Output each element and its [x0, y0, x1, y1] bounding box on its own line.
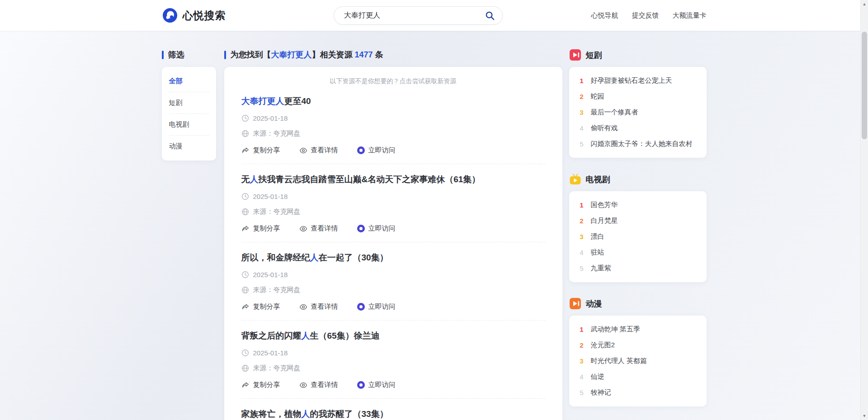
globe-icon: [241, 364, 249, 372]
eye-icon: [299, 146, 307, 155]
visit-now-button[interactable]: 立即访问: [357, 224, 396, 233]
top-header: 心悦搜索 心悦导航 提交反馈 大额流量卡: [0, 0, 868, 31]
copy-share-button[interactable]: 复制分享: [241, 146, 280, 155]
search-button[interactable]: [480, 9, 500, 23]
rank-item-label: 闪婚京圈太子爷：夫人她来自农村: [591, 140, 693, 148]
result-title-link[interactable]: 所以，和金牌经纪人在一起了（30集）: [241, 252, 545, 264]
result-actions: 复制分享 查看详情 立即访问: [241, 146, 545, 155]
result-source: 来源：夸克网盘: [253, 129, 301, 138]
title-text: 背叛之后的闪耀: [241, 331, 302, 340]
visit-now-button[interactable]: 立即访问: [357, 381, 396, 389]
title-highlight: 人: [310, 253, 319, 262]
rank-item[interactable]: 1好孕甜妻被钻石老公宠上天: [578, 73, 698, 89]
view-detail-button[interactable]: 查看详情: [299, 302, 338, 311]
video-icon: [569, 297, 581, 310]
view-detail-button[interactable]: 查看详情: [299, 224, 338, 233]
rank-item[interactable]: 2沧元图2: [578, 337, 698, 353]
rank-item[interactable]: 3漂白: [578, 229, 698, 245]
scrollbar-thumb[interactable]: [862, 32, 867, 139]
result-source: 来源：夸克网盘: [253, 364, 301, 373]
result-title-link[interactable]: 背叛之后的闪耀人生（65集）徐兰迪: [241, 330, 545, 342]
filter-item-tv-series[interactable]: 电视剧: [169, 114, 209, 136]
rank-section-title: 短剧: [586, 50, 602, 61]
search-input[interactable]: [344, 11, 480, 19]
filter-card: 全部 短剧 电视剧 动漫: [162, 67, 216, 160]
visit-now-button[interactable]: 立即访问: [357, 146, 396, 155]
rank-item[interactable]: 4偷听有戏: [578, 120, 698, 136]
rank-number: 2: [578, 93, 585, 100]
rank-item-label: 偷听有戏: [591, 124, 618, 132]
nav-link-feedback[interactable]: 提交反馈: [632, 11, 659, 20]
logo[interactable]: 心悦搜索: [162, 7, 266, 24]
result-item: 大奉打更人更至40 2025-01-18 来源：夸克网盘 复制分享: [241, 86, 545, 164]
rank-number: 1: [578, 201, 585, 209]
result-title-link[interactable]: 无人扶我青云志我自踏雪至山巅&名动天下之家事难休（61集）: [241, 174, 545, 185]
rank-item[interactable]: 5牧神记: [578, 385, 698, 401]
rank-item-label: 时光代理人 英都篇: [591, 357, 647, 365]
scroll-down-arrow-icon[interactable]: ▼: [861, 413, 868, 419]
result-source-row: 来源：夸克网盘: [241, 286, 545, 294]
visit-now-label: 立即访问: [368, 224, 396, 233]
copy-share-label: 复制分享: [253, 224, 280, 233]
rank-item[interactable]: 3最后一个修真者: [578, 104, 698, 120]
title-text: 的我苏醒了（33集）: [310, 409, 388, 419]
copy-share-button[interactable]: 复制分享: [241, 224, 280, 233]
visit-now-label: 立即访问: [368, 302, 396, 311]
visit-now-button[interactable]: 立即访问: [357, 302, 396, 311]
rank-item[interactable]: 3时光代理人 英都篇: [578, 353, 698, 369]
rank-list: 1国色芳华2白月梵星3漂白4驻站5九重紫: [569, 191, 707, 282]
rank-item-label: 牧神记: [591, 388, 611, 397]
title-text: 更至40: [284, 96, 311, 106]
rank-item[interactable]: 4驻站: [578, 245, 698, 260]
result-title-link[interactable]: 家族将亡，植物人的我苏醒了（33集）: [241, 408, 545, 420]
rank-number: 1: [578, 326, 585, 333]
rank-item[interactable]: 2蛇园: [578, 89, 698, 104]
rank-item[interactable]: 1国色芳华: [578, 197, 698, 213]
rank-item-label: 驻站: [591, 248, 604, 257]
nav-link-navigation[interactable]: 心悦导航: [591, 11, 618, 20]
refresh-hint-link[interactable]: 以下资源不是你想要的？点击尝试获取新资源: [241, 67, 545, 86]
globe-icon: [241, 208, 249, 216]
rank-number: 5: [578, 140, 585, 148]
accent-bar-icon: [162, 51, 164, 59]
result-item: 所以，和金牌经纪人在一起了（30集） 2025-01-18 来源：夸克网盘 复制…: [241, 242, 545, 321]
result-actions: 复制分享 查看详情 立即访问: [241, 302, 545, 311]
rank-number: 4: [578, 373, 585, 381]
title-text: 在一起了（30集）: [319, 253, 388, 262]
video-icon: [569, 49, 581, 61]
rank-item[interactable]: 4仙逆: [578, 369, 698, 385]
eye-icon: [299, 225, 307, 233]
rank-number: 4: [578, 124, 585, 132]
filter-item-all[interactable]: 全部: [169, 71, 209, 92]
nav-link-data-card[interactable]: 大额流量卡: [673, 11, 707, 20]
view-detail-label: 查看详情: [311, 302, 338, 311]
filter-item-anime[interactable]: 动漫: [169, 136, 209, 157]
rank-section-title: 电视剧: [586, 174, 610, 185]
filter-item-short-drama[interactable]: 短剧: [169, 92, 209, 114]
scrollbar-track[interactable]: ▲ ▼: [860, 0, 868, 420]
rank-item[interactable]: 2白月梵星: [578, 213, 698, 229]
result-title-link[interactable]: 大奉打更人更至40: [241, 95, 545, 107]
rank-item-label: 白月梵星: [591, 217, 618, 225]
rank-item-label: 沧元图2: [591, 341, 615, 349]
share-icon: [241, 146, 250, 155]
scroll-up-arrow-icon[interactable]: ▲: [861, 1, 868, 7]
result-date-row: 2025-01-18: [241, 271, 545, 278]
logo-text: 心悦搜索: [183, 9, 226, 23]
rank-number: 2: [578, 217, 585, 225]
rank-number: 4: [578, 249, 585, 256]
rank-section: 动漫 1武动乾坤 第五季2沧元图23时光代理人 英都篇4仙逆5牧神记: [569, 297, 707, 406]
rank-section: 短剧 1好孕甜妻被钻石老公宠上天2蛇园3最后一个修真者4偷听有戏5闪婚京圈太子爷…: [569, 49, 707, 158]
view-detail-button[interactable]: 查看详情: [299, 381, 338, 389]
result-source-row: 来源：夸克网盘: [241, 364, 545, 373]
view-detail-button[interactable]: 查看详情: [299, 146, 338, 155]
rank-item[interactable]: 5九重紫: [578, 260, 698, 276]
copy-share-button[interactable]: 复制分享: [241, 302, 280, 311]
filter-sidebar: 筛选 全部 短剧 电视剧 动漫: [162, 49, 216, 160]
rank-item[interactable]: 5闪婚京圈太子爷：夫人她来自农村: [578, 136, 698, 152]
title-text: 无: [241, 175, 250, 184]
rank-section-header: 动漫: [569, 297, 707, 310]
copy-share-button[interactable]: 复制分享: [241, 381, 280, 389]
rank-item[interactable]: 1武动乾坤 第五季: [578, 321, 698, 337]
rank-number: 3: [578, 357, 585, 365]
